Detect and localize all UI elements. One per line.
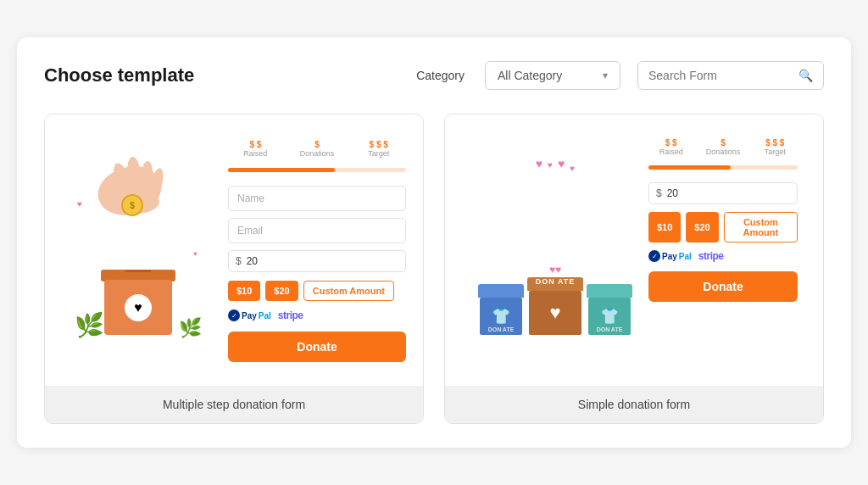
svg-text:$: $ — [130, 201, 135, 210]
chevron-down-icon: ▾ — [603, 70, 608, 81]
shirt-icon-2: 👕 — [600, 307, 619, 326]
box-blue-lid — [478, 284, 524, 298]
progress-bar-fill — [228, 168, 335, 172]
simple-stripe-logo: stripe — [698, 250, 724, 262]
paypal-text-1: Pay — [242, 311, 257, 321]
category-dropdown[interactable]: All Category ▾ — [485, 61, 620, 90]
hand-svg: $ — [92, 153, 176, 229]
category-value: All Category — [498, 69, 562, 82]
box-donate-label-1: DON ATE — [488, 326, 515, 332]
stat-raised-value: $ $ — [228, 140, 283, 149]
donate-button-multistep[interactable]: Donate — [228, 332, 406, 362]
amount-buttons: $10 $20 Custom Amount — [228, 281, 406, 301]
amount-prefix: $ — [236, 255, 242, 267]
boxes-illustration: ♥ ♥ ♥ ♥ 👕 DON ATE — [470, 157, 640, 343]
simple-stat-raised-value: $ $ — [648, 138, 693, 148]
simple-progress-bar-bg — [648, 165, 798, 170]
stat-donations: $ Donations — [290, 140, 345, 158]
box-blue-body: 👕 DON ATE — [480, 298, 522, 335]
hearts-above: ♥ ♥ ♥ ♥ — [536, 157, 576, 173]
simple-paypal-check-icon: ✓ — [648, 250, 660, 262]
box-blue: 👕 DON ATE — [478, 284, 524, 335]
paypal-logo: ✓ Pay Pal — [228, 309, 271, 321]
template-form-simple: $ $ Raised $ Donations $ $ $ Target — [648, 131, 806, 369]
search-icon: 🔍 — [798, 69, 813, 82]
box-body: ♥ — [104, 280, 172, 335]
simple-progress-bar-fill — [648, 165, 731, 170]
simple-amount-buttons: $10 $20 Custom Amount — [648, 212, 798, 242]
simple-amount-field[interactable]: $ 20 — [648, 182, 798, 204]
leaf-right-icon: 🌿 — [179, 317, 202, 339]
stat-target-label: Target — [351, 149, 406, 158]
shirt-icon-1: 👕 — [492, 307, 510, 326]
progress-bar-bg — [228, 168, 406, 172]
leaf-left-icon: 🌿 — [75, 311, 104, 339]
amount-field[interactable]: $ 20 — [228, 250, 406, 272]
template-label-simple: Simple donation form — [445, 386, 823, 423]
simple-stat-donations: $ Donations — [700, 138, 745, 156]
template-illustration-multistep: ♥ ♥ — [62, 131, 214, 369]
heart-float-3: ♥ — [558, 157, 565, 173]
search-input[interactable] — [648, 69, 798, 82]
box-donate-label-2: DON ATE — [597, 326, 623, 332]
name-field[interactable]: Name — [228, 186, 406, 211]
simple-amount-value: 20 — [667, 187, 678, 199]
box-brown: ♥♥ ♥ — [527, 264, 583, 335]
simple-stat-donations-label: Donations — [700, 148, 745, 156]
amount-value: 20 — [247, 255, 258, 267]
heart-icon-box: ♥ — [549, 302, 560, 324]
template-illustration-simple: ♥ ♥ ♥ ♥ 👕 DON ATE — [462, 131, 648, 369]
simple-amount-20-button[interactable]: $20 — [686, 212, 718, 242]
header-controls: Category All Category ▾ 🔍 — [416, 61, 824, 90]
heart-float-2: ♥ — [548, 160, 553, 173]
page-title: Choose template — [44, 64, 194, 86]
amount-20-button[interactable]: $20 — [265, 281, 298, 301]
heart-float-4: ♥ — [570, 164, 575, 173]
stat-raised-label: Raised — [228, 149, 283, 158]
simple-paypal-text-2: Pal — [679, 252, 692, 261]
search-box[interactable]: 🔍 — [637, 61, 824, 90]
simple-stat-raised-label: Raised — [648, 148, 693, 156]
donate-button-simple[interactable]: Donate — [648, 271, 798, 302]
simple-paypal-text-1: Pay — [662, 252, 677, 261]
stat-donations-label: Donations — [290, 149, 345, 158]
stripe-logo: stripe — [278, 309, 303, 321]
custom-amount-button[interactable]: Custom Amount — [303, 281, 394, 301]
payment-row: ✓ Pay Pal stripe — [228, 309, 406, 321]
box-teal-body: 👕 DON ATE — [588, 298, 631, 335]
simple-stats-row: $ $ Raised $ Donations $ $ $ Target — [648, 138, 798, 156]
hand-coin-group: $ — [92, 153, 176, 232]
stat-target-value: $ $ $ — [351, 140, 406, 149]
simple-stat-donations-value: $ — [700, 138, 745, 148]
email-field[interactable]: Email — [228, 218, 406, 243]
stats-row: $ $ Raised $ Donations $ $ $ Target — [228, 140, 406, 158]
donation-box: ♥ — [104, 280, 172, 335]
templates-grid: ♥ ♥ — [44, 114, 824, 424]
box-teal-lid — [587, 284, 632, 298]
box-brown-hearts: ♥♥ — [549, 264, 561, 276]
simple-amount-10-button[interactable]: $10 — [648, 212, 681, 242]
simple-payment-row: ✓ Pay Pal stripe — [648, 250, 798, 262]
template-preview-simple: ♥ ♥ ♥ ♥ 👕 DON ATE — [445, 114, 823, 386]
simple-stat-target: $ $ $ Target — [753, 138, 798, 156]
page-header: Choose template Category All Category ▾ … — [44, 61, 824, 90]
heart-float-1: ♥ — [536, 157, 542, 173]
box-teal: 👕 DON ATE — [587, 284, 632, 335]
boxes-container: 👕 DON ATE ♥♥ ♥ — [478, 264, 632, 335]
simple-custom-amount-button[interactable]: Custom Amount — [724, 212, 798, 242]
box-heart-icon: ♥ — [125, 294, 152, 321]
amount-10-button[interactable]: $10 — [228, 281, 260, 301]
paypal-text-2: Pal — [259, 311, 271, 321]
simple-paypal-logo: ✓ Pay Pal — [648, 250, 692, 262]
template-card-simple[interactable]: ♥ ♥ ♥ ♥ 👕 DON ATE — [444, 114, 824, 424]
heart-icon-1: ♥ — [77, 199, 82, 209]
stat-raised: $ $ Raised — [228, 140, 283, 158]
simple-stat-target-label: Target — [753, 148, 798, 156]
stat-donations-value: $ — [290, 140, 345, 149]
template-preview-multistep: ♥ ♥ — [45, 114, 423, 386]
template-card-multistep[interactable]: ♥ ♥ — [44, 114, 424, 424]
page-container: Choose template Category All Category ▾ … — [17, 37, 851, 448]
template-label-multistep: Multiple step donation form — [45, 386, 423, 423]
box-brown-body: ♥ — [529, 291, 581, 335]
simple-amount-prefix: $ — [656, 187, 662, 199]
